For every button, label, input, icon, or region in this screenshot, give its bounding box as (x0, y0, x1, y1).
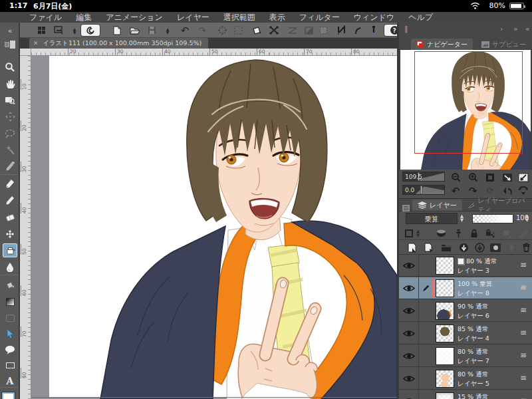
tab-subview[interactable]: サブビュー (476, 39, 531, 50)
visibility-eye-icon[interactable] (399, 300, 419, 322)
marquee-button[interactable] (231, 25, 245, 36)
zoom-out-button[interactable] (448, 172, 463, 183)
layer-thumbnail[interactable] (436, 257, 454, 275)
menu-view[interactable]: 表示 (269, 12, 285, 23)
lasso-tool[interactable] (3, 126, 17, 140)
menu-help[interactable]: ヘルプ (408, 12, 433, 23)
layer-row-selected[interactable]: 100 % 乗算 レイヤー 8 ≡ (399, 277, 532, 299)
figure-tool[interactable] (3, 358, 17, 372)
toolbar-spinner[interactable]: ▲▼ (68, 25, 81, 36)
navigator-view-frame[interactable] (414, 51, 523, 154)
layer-drag-handle[interactable]: ≡ (520, 350, 527, 360)
zoom-in-button[interactable] (466, 172, 480, 183)
canvas-artwork[interactable] (31, 56, 397, 399)
eraser-tool[interactable] (3, 210, 17, 224)
delete-layer-button[interactable] (519, 241, 532, 253)
pin-snap-button[interactable] (367, 25, 380, 36)
menu-filter[interactable]: フィルター (299, 12, 340, 23)
navigator-preview[interactable] (399, 50, 532, 170)
palette-tab-icon[interactable] (3, 37, 17, 51)
layer-drag-handle[interactable]: ≡ (520, 283, 527, 292)
thumbnail-size-spinner[interactable]: ▲▼ (416, 230, 420, 237)
menu-animation[interactable]: アニメーション (106, 12, 163, 23)
transfer-down-button[interactable] (472, 241, 487, 253)
visibility-eye-icon[interactable] (399, 255, 419, 277)
actual-size-button[interactable] (500, 172, 515, 183)
layer-thumbnail[interactable] (436, 392, 454, 399)
redo-button[interactable]: ↷ (196, 25, 209, 36)
new-vector-layer-button[interactable] (422, 241, 436, 253)
clip-studio-home-button[interactable] (81, 25, 100, 36)
rotate-right-button[interactable]: ↷ (466, 185, 480, 196)
opacity-spinner[interactable]: ▲▼ (525, 215, 529, 222)
layer-drag-handle[interactable]: ≡ (520, 373, 527, 382)
snap-pen-button[interactable] (335, 25, 348, 36)
clip-to-layer-button[interactable] (434, 227, 448, 239)
rotate-left-button[interactable]: ↶ (448, 185, 463, 196)
new-folder-button[interactable] (439, 241, 454, 253)
blend-mode-spinner[interactable]: ▲▼ (460, 215, 464, 222)
menu-file[interactable]: ファイル (29, 12, 62, 23)
new-layer-button[interactable] (404, 241, 419, 253)
magic-wand-tool[interactable] (3, 143, 17, 157)
curve-snap-button[interactable] (352, 25, 366, 36)
flatten-button[interactable] (286, 25, 299, 36)
layer-mask-button[interactable] (488, 241, 503, 253)
layer-thumbnail[interactable] (436, 325, 454, 342)
main-color-swatch[interactable] (2, 392, 15, 399)
layer-row[interactable]: 80 % 通常 レイヤー 3 ≡ (399, 255, 532, 277)
move-tool[interactable] (3, 110, 17, 124)
operation-tool[interactable] (3, 327, 17, 340)
new-file-button[interactable] (110, 25, 124, 36)
panel-expand-icon[interactable]: » (513, 25, 518, 33)
balloon-tool[interactable] (3, 342, 17, 356)
layer-thumbnail[interactable] (436, 302, 454, 320)
paint-tool-selected[interactable] (3, 243, 17, 257)
fit-to-screen-button[interactable] (483, 172, 497, 183)
canvas-viewport[interactable] (31, 56, 397, 399)
toolbar-spinner-2[interactable]: ▲▼ (161, 25, 174, 36)
gradient-tool[interactable] (3, 295, 17, 309)
collapse-palette-button[interactable]: « (3, 24, 17, 38)
layer-row[interactable]: 80 % 通常 レイヤー 5 ≡ (399, 368, 532, 390)
layer-drag-handle[interactable]: ≡ (520, 260, 527, 269)
pen-tool[interactable] (3, 177, 17, 191)
visibility-eye-icon[interactable] (399, 323, 419, 344)
bucket-tool[interactable] (3, 278, 17, 292)
opacity-slider[interactable] (472, 214, 513, 223)
tone-button[interactable] (302, 25, 315, 36)
lock-transparent-pixels-button[interactable] (483, 227, 497, 239)
reference-layer-button[interactable] (500, 227, 515, 239)
blend-tool[interactable] (3, 227, 17, 241)
layer-thumbnail[interactable] (436, 347, 454, 365)
merge-down-button[interactable] (456, 241, 471, 253)
panel-pause-icon[interactable]: ‖ (404, 25, 408, 33)
layer-drag-handle[interactable]: ≡ (520, 396, 527, 399)
eyedropper-tool[interactable] (3, 160, 17, 174)
frame-border-tool[interactable] (3, 311, 17, 325)
menu-selection[interactable]: 選択範囲 (223, 12, 255, 23)
visibility-eye-icon[interactable] (399, 390, 419, 399)
expand-selection-button[interactable] (317, 25, 330, 36)
rotation-slider[interactable]: 0.0 (402, 185, 445, 195)
transform-button[interactable] (267, 25, 281, 36)
panel-next-icon[interactable]: › (500, 25, 503, 33)
ruler-setting-button[interactable] (516, 227, 531, 239)
lock-layer-button[interactable] (467, 227, 481, 239)
layer-row[interactable]: 90 % 通常 レイヤー 6 ≡ (399, 300, 532, 322)
save-button[interactable] (145, 25, 158, 36)
document-tab[interactable]: ✕ イラスト111 (100.00 x 100.00mm 350dpi 109.… (29, 38, 208, 49)
visibility-eye-icon[interactable] (399, 277, 419, 299)
dock-collapse-icon[interactable]: « (525, 25, 530, 33)
layer-row[interactable]: 85 % 通常 レイヤー 4 ≡ (399, 323, 532, 344)
close-tab-icon[interactable]: ✕ (33, 38, 39, 49)
reset-view-button[interactable] (516, 172, 531, 183)
text-tool[interactable]: A (3, 374, 17, 388)
layer-thumbnail[interactable] (436, 279, 454, 297)
layer-row[interactable]: 15 % 通常 レイヤー 2 ≡ (399, 390, 532, 399)
visibility-eye-icon[interactable] (399, 368, 419, 390)
import-image-button[interactable] (52, 25, 65, 36)
reset-rotation-button[interactable]: ⟳ (483, 185, 497, 196)
fill-settings-button[interactable] (250, 25, 263, 36)
visibility-eye-icon[interactable] (399, 345, 419, 367)
